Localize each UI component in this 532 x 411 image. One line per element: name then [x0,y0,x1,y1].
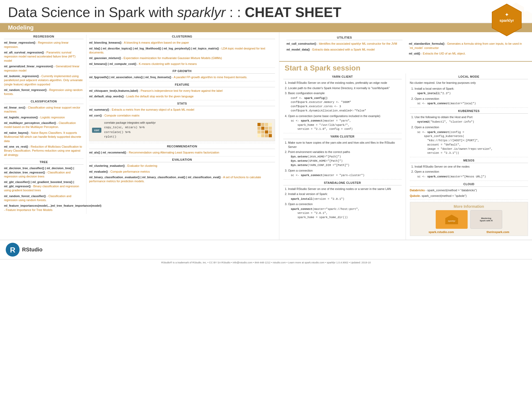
ml-summary-fn: ml_summary() [89,108,109,111]
ml-uid-entry: ml_uid() - Extracts the UID of an ML obj… [409,52,525,56]
ml-bisecting-fn: ml_bisecting_kmeans() [89,41,122,44]
corr-line1: copy_to(sc, mtcars) %>% [104,125,156,130]
ml-chisquare-fn: ml_chisquare_test(x,features,label) [89,89,138,92]
svg-rect-13 [257,130,261,134]
yarn-step-4: Open a connection (some base configurati… [288,114,402,132]
yarn-step-1: Install RStudio Server on one of the exi… [288,81,402,85]
modeling-left-col: REGRESSION ml_linear_regression() - Regr… [4,35,86,214]
ml-rf-regressor-fn: ml_random_forest_regressor() [4,88,47,92]
ml-ovr-entry: ml_one_vs_rest() - Reduction of Multicla… [4,145,84,157]
cloud-databricks: Databricks - spark_connect(method = "dat… [410,188,528,192]
svg-rect-15 [265,130,268,134]
svg-rect-6 [261,123,264,126]
yarn-cluster-connection-code: sc <- spark_connect(master = "yarn-clust… [291,173,402,178]
ml-binary-eval-entry: ml_binary_classification_evaluator() | m… [89,175,275,184]
tree-header: TREE [4,160,84,165]
mesos-header: MESOS [410,159,528,163]
ml-kmeans-desc: - K-means clustering with support for k-… [136,62,197,65]
svg-rect-16 [269,130,272,134]
clustering-header: CLUSTERING [89,35,275,39]
rstudio-logo-text: RStudio [22,247,43,253]
ml-rf-regressor-entry: ml_random_forest_regressor() - Regressio… [4,88,84,96]
standalone-header: STANDALONE CLUSTER [283,181,402,185]
standalone-connection-code: spark_connect(master="spark://host:port"… [291,207,402,220]
tree-section: TREE ml_decision_tree_classifier() | ml_… [4,160,84,212]
ml-standardize-entry: ml_standardize_formula() - Generates a f… [409,42,525,50]
kubernetes-steps: Use the following to obtain the Host and… [410,115,528,155]
header: Data Science in Spark with sparklyr : : … [0,0,532,23]
ml-als-fn: ml_als() | ml_recommend() [89,151,126,154]
classification-header: CLASSIFICATION [4,100,84,104]
modeling-right-col: CLUSTERING ml_bisecting_kmeans() - A bis… [86,35,275,214]
book-thumb: MasteringSpark with R [470,210,502,229]
svg-rect-7 [265,123,268,126]
svg-rect-20 [269,134,272,137]
mesos-step-1: Install RStudio Server on one of the nod… [415,165,528,169]
sparklyr-thumb: sparklyr [436,210,468,229]
corr-badge: corr [92,128,101,133]
ml-linear-regression-fn: ml_linear_regression() [4,41,35,44]
local-step-1: Install a local version of Spark: spark_… [415,87,528,96]
ml-ovr-fn: ml_one_vs_rest() [4,145,28,148]
ml-stopwords-desc: - Loads the default stop words for the g… [124,95,193,98]
r-logo: R [5,242,20,257]
yarn-step-2: Locate path to the cluster's Spark Home … [288,86,402,90]
ml-fi-desc: - Feature Importance for Tree Models [4,208,52,211]
svg-rect-11 [265,127,268,130]
svg-rect-8 [269,123,272,126]
ml-kmeans-entry: ml_kmeans() | ml_compute_cost() - K-mean… [89,62,275,66]
svg-text:sparklyr: sparklyr [500,18,514,23]
feature-header: FEATURE [89,83,275,87]
yarn-step-3: Basic configuration example conf <- spar… [288,91,402,113]
ml-model-data-fn: ml_model_data() [286,48,310,51]
spark-rstudio-link[interactable]: spark.rstudio.com [429,230,454,234]
recommendation-header: RECOMMENDATION [89,145,275,149]
ml-dt-entry: ml_decision_tree_classifier() | ml_decis… [4,166,84,178]
k8s-connection-code: sc <- spark_connect(config = spark_confi… [417,130,528,156]
standalone-step-2: Install a local version of Spark: spark_… [288,192,402,201]
ml-call-constructor-entry: ml_call_constructor() - Identifies the a… [286,42,402,46]
svg-rect-12 [269,127,272,130]
ml-logistic-entry: ml_logistic_regression() - Logistic regr… [4,115,84,119]
ml-als-desc: - Recommendation using Alternating Least… [126,151,219,154]
fpgrowth-section: FP GROWTH ml_fpgrowth() | ml_association… [89,69,275,79]
ml-aft-entry: ml_aft_survival_regression() - Parametri… [4,51,84,63]
ml-svc-fn: ml_linear_svc() [4,106,25,109]
cloud-qubole: Qubole- spark_connect(method = "qubole") [410,194,528,198]
k8s-step-2: Open a connection sc <- spark_connect(co… [415,125,528,155]
local-mode-steps: Install a local version of Spark: spark_… [410,87,528,106]
local-mode-desc: No cluster required. Use for learning pu… [410,81,528,85]
session-title-bar: Start a Spark session [279,61,532,73]
svg-rect-19 [265,134,268,137]
yarn-connection-code: sc <- spark_connect(master = "yarn", spa… [291,119,402,131]
qubole-code: - spark_connect(method = "qubole") [420,194,467,197]
ml-call-constructor-fn: ml_call_constructor() [286,42,316,45]
ml-gen-linear-entry: ml_generalized_linear_regression() - Gen… [4,64,84,73]
ml-binary-eval-fn: ml_binary_classification_evaluator() | m… [89,176,221,179]
correlation-matrix-visual [257,123,272,138]
session-title: Start a Spark session [279,63,532,73]
local-mode-header: LOCAL MODE [410,75,528,79]
ml-corr-fn: ml_corr() [89,114,102,117]
ml-clustering-eval-entry: ml_clustering_evaluator() - Evaluator fo… [89,164,275,168]
therinspark-link[interactable]: therinspark.com [487,230,509,234]
standalone-steps: Install RStudio Server on one of the exi… [283,187,402,220]
ml-call-constructor-desc: - Identifies the associated sparklyr ML … [316,42,397,45]
ml-clustering-eval-desc: - Evaluator for clustering [125,164,157,167]
local-connection-code: sc <- spark_connect(master="local") [417,102,528,106]
ml-naive-entry: ml_naive_bayes() - Naive Bayes Classifie… [4,131,84,143]
standalone-step-3: Open a connection spark_connect(master="… [288,202,402,220]
k8s-step-1: Use the following to obtain the Host and… [415,115,528,124]
yarn-client-steps: Install RStudio Server on one of the exi… [283,81,402,131]
logo-area: R RStudio [5,242,43,257]
svg-text:R: R [10,246,15,254]
ml-standardize-fn: ml_standardize_formula() [409,42,444,45]
more-info-title: More Information [412,204,526,209]
ml-mlp-entry: ml_multilayer_perceptron_classifier() - … [4,121,84,129]
mesos-step-2: Open a connection sc <- spark_connect(ma… [415,170,528,179]
yarn-env-code: Sys.setenv(JAVA_HOME="[Path]") Sys.seten… [291,155,402,167]
bottom-bar: R RStudio [0,240,532,259]
standalone-step-1: Install RStudio Server on one of the exi… [288,187,402,191]
ml-summary-entry: ml_summary() - Extracts a metric from th… [89,108,275,112]
sparklyr-badge: sparklyr ✦ [489,3,524,37]
